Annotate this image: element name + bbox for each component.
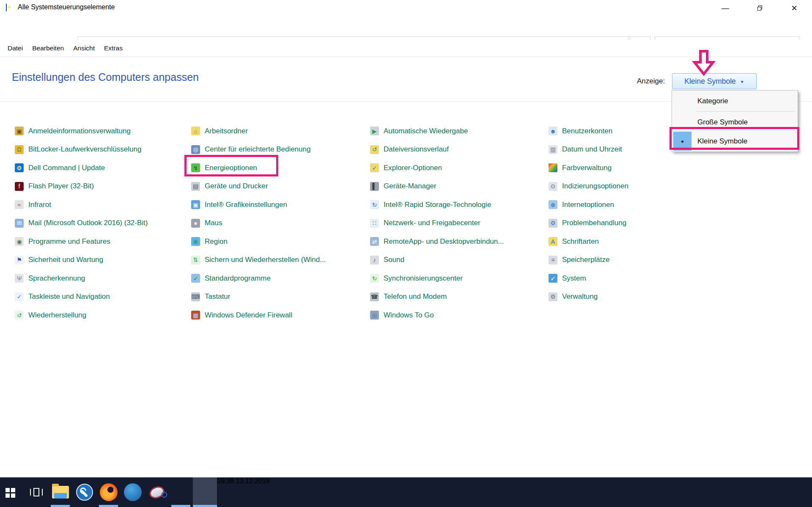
view-menu-item-große-symbole[interactable]: Große Symbole [672, 113, 798, 132]
restore-button[interactable] [748, 0, 772, 16]
control-panel-item-mail-microsoft-outlook-2016-32-bit[interactable]: ✉Mail (Microsoft Outlook 2016) (32-Bit) [15, 214, 148, 233]
taskview-icon [33, 488, 39, 496]
item-label: Speicherplätze [562, 256, 609, 264]
control-panel-item-anmeldeinformationsverwaltung[interactable]: ▣Anmeldeinformationsverwaltung [15, 122, 148, 141]
items-column-1: ▣AnmeldeinformationsverwaltungΩBitLocker… [15, 122, 148, 325]
control-panel-item-center-für-erleichterte-bedienung[interactable]: ◎Center für erleichterte Bedienung [191, 141, 326, 159]
recovery-icon: ↺ [15, 311, 24, 320]
menu-separator [695, 111, 795, 112]
autoplay-icon: ▶ [370, 127, 379, 135]
thunderbird-button[interactable] [121, 477, 145, 507]
firefox-button[interactable] [96, 477, 121, 507]
control-panel-item-problembehandlung[interactable]: ⚙Problembehandlung [549, 214, 628, 233]
control-panel-item-energieoptionen[interactable]: ↯Energieoptionen [191, 159, 326, 177]
control-panel-item-infrarot[interactable]: ≈Infrarot [15, 196, 148, 214]
control-panel-item-internetoptionen[interactable]: ⊕Internetoptionen [549, 196, 628, 214]
control-panel-item-geräte-manager[interactable]: ▌Geräte-Manager [370, 177, 504, 196]
speech-recognition-icon: Ψ [15, 274, 24, 283]
bitlocker-icon: Ω [15, 145, 24, 154]
menu-ansicht[interactable]: Ansicht [73, 44, 95, 52]
control-panel-item-programme-und-features[interactable]: ◉Programme und Features [15, 232, 148, 251]
control-panel-item-benutzerkonten[interactable]: ☻Benutzerkonten [549, 122, 628, 141]
control-panel-item-standardprogramme[interactable]: ✓Standardprogramme [191, 269, 326, 288]
paint-button[interactable] [169, 477, 193, 507]
control-panel-item-maus[interactable]: ●Maus [191, 214, 326, 233]
control-panel-item-windows-to-go[interactable]: ⊞Windows To Go [370, 306, 504, 325]
control-panel-item-netzwerk-und-freigabecenter[interactable]: ∷Netzwerk- und Freigabecenter [370, 214, 504, 233]
title-bar: Alle Systemsteuerungselemente — × [0, 0, 812, 16]
item-label: Explorer-Optionen [384, 164, 442, 172]
user-accounts-icon: ☻ [549, 127, 557, 135]
item-label: Arbeitsordner [205, 127, 248, 135]
control-panel-item-flash-player-32-bit[interactable]: fFlash Player (32-Bit) [15, 177, 148, 196]
wrench-icon [76, 484, 93, 501]
taskbar-apps [0, 477, 217, 507]
control-panel-item-taskleiste-und-navigation[interactable]: ✓Taskleiste und Navigation [15, 288, 148, 306]
control-panel-item-sound[interactable]: ♪Sound [370, 251, 504, 270]
control-panel-item-indizierungsoptionen[interactable]: ⊙Indizierungsoptionen [549, 177, 628, 196]
task-view-button[interactable] [24, 477, 48, 507]
view-menu-item-kategorie[interactable]: Kategorie [672, 91, 798, 110]
programs-features-icon: ◉ [15, 237, 24, 246]
control-panel-item-schriftarten[interactable]: ASchriftarten [549, 232, 628, 251]
control-panel-item-wiederherstellung[interactable]: ↺Wiederherstellung [15, 306, 148, 325]
menu-datei[interactable]: Datei [8, 44, 23, 52]
control-panel-item-geräte-und-drucker[interactable]: ▤Geräte und Drucker [191, 177, 326, 196]
menu-extras[interactable]: Extras [104, 44, 123, 52]
control-panel-item-spracherkennung[interactable]: ΨSpracherkennung [15, 269, 148, 288]
control-panel-button[interactable] [193, 477, 217, 507]
item-label: Internetoptionen [562, 201, 614, 209]
control-panel-item-synchronisierungscenter[interactable]: ↻Synchronisierungscenter [370, 269, 504, 288]
close-button[interactable]: × [782, 0, 806, 16]
control-panel-item-sicherheit-und-wartung[interactable]: ⚑Sicherheit und Wartung [15, 251, 148, 270]
security-maintenance-icon: ⚑ [15, 256, 24, 265]
item-label: Windows Defender Firewall [205, 311, 292, 320]
control-panel-item-telefon-und-modem[interactable]: ☎Telefon und Modem [370, 288, 504, 306]
control-panel-item-region[interactable]: ⊕Region [191, 232, 326, 251]
control-panel-item-intel-rapid-storage-technologie[interactable]: ↻Intel® Rapid Storage-Technologie [370, 196, 504, 214]
item-label: Center für erleichterte Bedienung [205, 145, 310, 154]
control-panel-item-system[interactable]: ✓System [549, 269, 628, 288]
satellite-tool-button[interactable] [145, 477, 169, 507]
view-menu-item-kleine-symbole[interactable]: ●Kleine Symbole [672, 132, 798, 151]
restore-icon [757, 5, 763, 11]
control-panel-item-dateiversionsverlauf[interactable]: ↺Dateiversionsverlauf [370, 141, 504, 159]
control-panel-item-sichern-und-wiederherstellen-wind[interactable]: ⇅Sichern und Wiederherstellen (Wind... [191, 251, 326, 270]
paint-icon [172, 483, 190, 501]
taskbar-clock[interactable]: 09:38 13.12.2018 [217, 477, 270, 507]
keyboard-icon: ⌨ [191, 292, 200, 301]
device-manager-icon: ▌ [370, 182, 379, 191]
navigation-toolbar: ← → ∨ ↑ ›Systemsteuerung›Alle Systemsteu… [0, 16, 812, 40]
control-panel-item-arbeitsordner[interactable]: ⌂Arbeitsordner [191, 122, 326, 141]
file-explorer-button[interactable] [48, 477, 72, 507]
control-panel-item-bitlocker-laufwerkverschlüsselung[interactable]: ΩBitLocker-Laufwerkverschlüsselung [15, 141, 148, 159]
default-programs-icon: ✓ [191, 274, 200, 283]
troubleshooting-icon: ⚙ [549, 219, 557, 228]
taskbar: 09:38 13.12.2018 [0, 477, 812, 507]
firewall-icon: ▦ [191, 311, 200, 320]
control-panel-item-automatische-wiedergabe[interactable]: ▶Automatische Wiedergabe [370, 122, 504, 141]
control-panel-item-verwaltung[interactable]: ⚙Verwaltung [549, 288, 628, 306]
control-panel-item-intel-grafikeinstellungen[interactable]: ▣Intel® Grafikeinstellungen [191, 196, 326, 214]
desktop: Alle Systemsteuerungselemente — × ← → ∨ … [0, 0, 812, 507]
support-tool-button[interactable] [72, 477, 96, 507]
firefox-icon [100, 483, 118, 501]
control-panel-item-farbverwaltung[interactable]: Farbverwaltung [549, 159, 628, 177]
item-label: Programme und Features [28, 237, 110, 246]
control-panel-item-explorer-optionen[interactable]: ✓Explorer-Optionen [370, 159, 504, 177]
items-column-4: ☻Benutzerkonten▥Datum und UhrzeitFarbver… [549, 122, 628, 306]
control-panel-item-speicherplätze[interactable]: ≡Speicherplätze [549, 251, 628, 270]
menu-bearbeiten[interactable]: Bearbeiten [32, 44, 64, 52]
control-panel-item-dell-command-update[interactable]: ⚙Dell Command | Update [15, 159, 148, 177]
item-label: Intel® Grafikeinstellungen [205, 201, 287, 209]
minimize-button[interactable]: — [713, 0, 737, 16]
start-button[interactable] [0, 477, 24, 507]
selected-bullet-icon: ● [673, 132, 691, 151]
control-panel-item-remoteapp-und-desktopverbindun[interactable]: ⇄RemoteApp- und Desktopverbindun... [370, 232, 504, 251]
control-panel-item-windows-defender-firewall[interactable]: ▦Windows Defender Firewall [191, 306, 326, 325]
item-label: Automatische Wiedergabe [384, 127, 468, 135]
view-mode-dropdown-button[interactable]: Kleine Symbole ▼ [672, 73, 757, 89]
thunderbird-icon [124, 483, 142, 501]
control-panel-item-tastatur[interactable]: ⌨Tastatur [191, 288, 326, 306]
control-panel-item-datum-und-uhrzeit[interactable]: ▥Datum und Uhrzeit [549, 141, 628, 159]
